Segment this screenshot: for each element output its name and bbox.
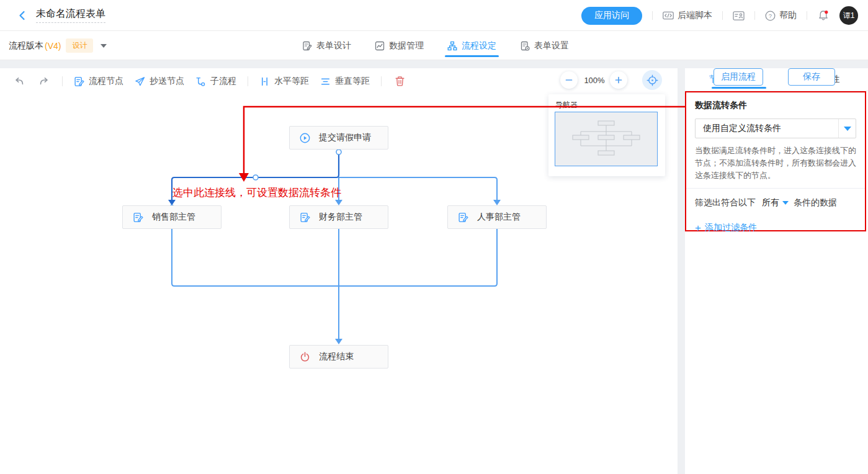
node-end[interactable]: 流程结束 bbox=[289, 345, 388, 369]
tab-data-management[interactable]: 数据管理 bbox=[375, 31, 424, 60]
notification-dot bbox=[825, 11, 828, 14]
node-start[interactable]: 提交请假申请 bbox=[289, 126, 388, 150]
chevron-down-icon bbox=[782, 201, 789, 205]
avatar[interactable]: 谭1 bbox=[839, 6, 858, 25]
form-node-icon bbox=[300, 212, 310, 223]
condition-description: 当数据满足流转条件时，进入这条连接线下的节点；不添加流转条件时，所有数据都会进入… bbox=[695, 145, 856, 182]
backend-script-button[interactable]: 后端脚本 bbox=[663, 10, 712, 21]
filter-mode-dropdown[interactable]: 所有 bbox=[762, 197, 789, 208]
divider bbox=[686, 188, 865, 189]
tab-form-settings[interactable]: 表单设置 bbox=[520, 31, 569, 60]
back-button[interactable] bbox=[16, 9, 29, 22]
question-circle-icon: ? bbox=[765, 11, 776, 21]
notifications-button[interactable] bbox=[817, 9, 830, 22]
panel-active-underline bbox=[712, 87, 766, 89]
filter-row: 筛选出符合以下 所有 条件的数据 bbox=[695, 197, 856, 208]
workflow-icon bbox=[447, 41, 457, 51]
highlight-red-box: 数据流转条件 使用自定义流转条件 当数据满足流转条件时，进入这条连接线下的节点；… bbox=[685, 91, 866, 231]
condition-select-value: 使用自定义流转条件 bbox=[696, 123, 838, 134]
app-access-button[interactable]: 应用访问 bbox=[581, 7, 642, 25]
version-bar: 流程版本 (V4) 设计 表单设计 数据管理 bbox=[0, 31, 868, 60]
enable-flow-button[interactable]: 启用流程 bbox=[714, 68, 763, 86]
redo-icon bbox=[38, 76, 50, 87]
condition-select[interactable]: 使用自定义流转条件 bbox=[695, 118, 856, 138]
node-label: 提交请假申请 bbox=[319, 132, 371, 143]
top-header: 未命名流程表单 应用访问 后端脚本 ? 帮助 bbox=[0, 0, 868, 31]
tab-form-design[interactable]: 表单设计 bbox=[302, 31, 351, 60]
tab-label: 数据管理 bbox=[389, 40, 424, 51]
crosshair-icon bbox=[647, 74, 658, 86]
add-cc-node-button[interactable]: 抄送节点 bbox=[135, 76, 184, 87]
trash-icon bbox=[395, 76, 405, 87]
zoom-out-button[interactable] bbox=[560, 71, 578, 89]
tab-label: 表单设置 bbox=[534, 40, 569, 51]
backend-script-label: 后端脚本 bbox=[678, 10, 712, 21]
add-subflow-button[interactable]: 子流程 bbox=[195, 76, 236, 87]
node-label: 流程结束 bbox=[319, 351, 354, 362]
vertical-spacing-button[interactable]: 垂直等距 bbox=[320, 76, 370, 87]
data-chart-icon bbox=[375, 41, 385, 51]
divider bbox=[652, 11, 653, 20]
navigator-title: 导航器 bbox=[555, 100, 578, 110]
undo-button[interactable] bbox=[12, 74, 26, 88]
tab-label: 表单设计 bbox=[316, 40, 351, 51]
filter-suffix: 条件的数据 bbox=[794, 197, 837, 208]
vertical-spacing-label: 垂直等距 bbox=[335, 76, 370, 87]
redo-button[interactable] bbox=[37, 74, 51, 88]
node-label: 人事部主管 bbox=[477, 212, 521, 223]
bell-icon bbox=[817, 9, 830, 22]
divider bbox=[807, 11, 807, 20]
version-dropdown-caret[interactable] bbox=[101, 44, 107, 48]
help-button[interactable]: ? 帮助 bbox=[765, 10, 797, 21]
divider bbox=[754, 11, 755, 20]
id-card-icon bbox=[733, 11, 745, 21]
add-filter-button[interactable]: + 添加过滤条件 bbox=[695, 222, 856, 233]
save-button[interactable]: 保存 bbox=[788, 68, 835, 86]
navigator-minimap[interactable] bbox=[555, 112, 658, 166]
form-node-icon bbox=[458, 212, 468, 223]
add-flow-node-button[interactable]: 流程节点 bbox=[74, 76, 123, 87]
flow-node-icon bbox=[74, 76, 84, 87]
add-filter-label: 添加过滤条件 bbox=[705, 222, 757, 233]
contacts-button[interactable] bbox=[733, 11, 745, 21]
zoom-in-button[interactable] bbox=[610, 71, 627, 89]
node-hr[interactable]: 人事部主管 bbox=[447, 205, 547, 229]
code-icon bbox=[663, 11, 674, 20]
divider bbox=[381, 76, 382, 86]
divider bbox=[722, 11, 723, 20]
flow-node-label: 流程节点 bbox=[89, 76, 123, 87]
form-design-icon bbox=[302, 41, 312, 51]
node-label: 销售部主管 bbox=[152, 212, 195, 223]
horizontal-spacing-button[interactable]: 水平等距 bbox=[259, 76, 309, 87]
divider bbox=[62, 76, 63, 86]
node-sales[interactable]: 销售部主管 bbox=[122, 205, 221, 229]
horizontal-spacing-label: 水平等距 bbox=[274, 76, 309, 87]
zoom-level: 100% bbox=[582, 76, 607, 85]
subflow-icon bbox=[195, 76, 206, 87]
flow-canvas[interactable]: 流程节点 抄送节点 子流程 水平等距 bbox=[0, 68, 678, 474]
filter-prefix: 筛选出符合以下 bbox=[695, 197, 756, 208]
plus-icon: + bbox=[695, 223, 701, 233]
main-tabs: 表单设计 数据管理 流程设定 bbox=[302, 31, 569, 60]
form-settings-icon bbox=[520, 41, 530, 51]
filter-mode-value: 所有 bbox=[762, 197, 779, 208]
edge-handle[interactable] bbox=[170, 150, 342, 210]
active-tab-underline bbox=[445, 55, 499, 57]
paper-plane-icon bbox=[135, 76, 145, 87]
tab-label: 流程设定 bbox=[462, 40, 496, 51]
svg-text:?: ? bbox=[769, 12, 772, 19]
undo-icon bbox=[14, 76, 25, 87]
tab-flow-settings[interactable]: 流程设定 bbox=[447, 31, 496, 60]
plus-icon bbox=[614, 76, 623, 84]
node-finance[interactable]: 财务部主管 bbox=[289, 205, 388, 229]
select-arrow-zone bbox=[838, 119, 856, 138]
page-title[interactable]: 未命名流程表单 bbox=[36, 7, 105, 23]
horizontal-spacing-icon bbox=[259, 76, 270, 87]
play-circle-icon bbox=[300, 133, 310, 143]
delete-button[interactable] bbox=[393, 74, 406, 88]
flow-edge[interactable] bbox=[172, 177, 497, 339]
version-number: (V4) bbox=[45, 41, 61, 51]
locate-button[interactable] bbox=[642, 70, 662, 90]
design-badge: 设计 bbox=[66, 38, 93, 53]
subflow-label: 子流程 bbox=[210, 76, 236, 87]
